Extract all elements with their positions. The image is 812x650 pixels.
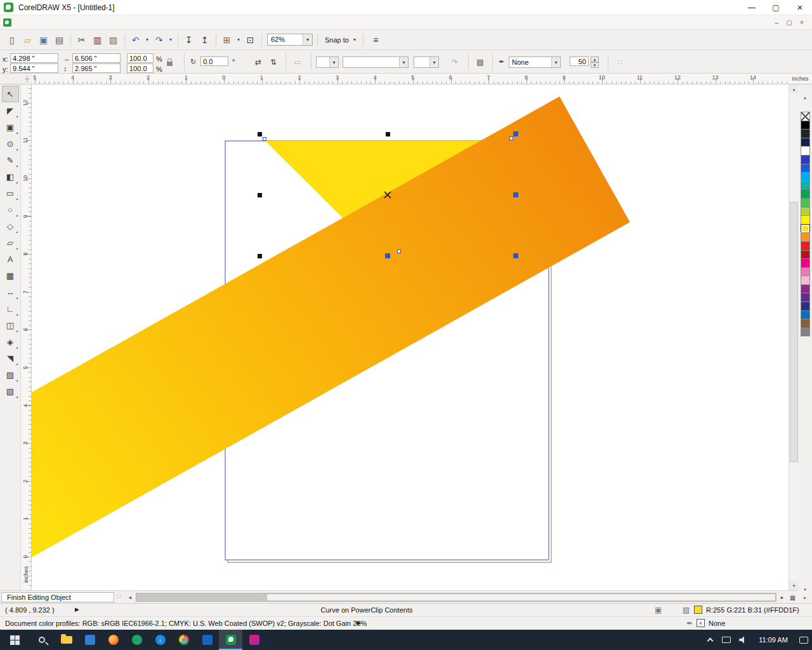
swatch-light-pink[interactable] xyxy=(801,275,810,285)
undo-icon[interactable]: ↶ xyxy=(128,32,143,48)
zoom-level-combo[interactable]: 62% ▾ xyxy=(267,34,313,46)
tray-chevron-icon[interactable] xyxy=(702,630,718,650)
swatch-deep-yellow[interactable] xyxy=(801,224,810,234)
blend-tool[interactable]: ◫ xyxy=(2,317,19,333)
rotation-angle-field[interactable] xyxy=(200,56,228,66)
spin-down-icon[interactable]: ▼ xyxy=(591,62,599,68)
redo-dropdown-icon[interactable]: ▾ xyxy=(167,32,174,48)
zoom-tool[interactable]: ⊙ xyxy=(2,135,19,152)
green-app-icon[interactable] xyxy=(125,630,148,650)
edit-node-handle[interactable] xyxy=(398,250,401,253)
swatch-magenta[interactable] xyxy=(801,258,810,268)
outline-style-combo[interactable]: ▾ xyxy=(316,56,339,68)
tray-volume-icon[interactable] xyxy=(735,630,751,650)
swatch-cyan[interactable] xyxy=(801,172,810,182)
swatch-white[interactable] xyxy=(801,146,810,156)
drawing-canvas[interactable] xyxy=(32,84,789,590)
no-color-swatch[interactable] xyxy=(801,112,810,121)
edit-node-handle[interactable] xyxy=(263,138,266,141)
swatch-dark-red[interactable] xyxy=(801,250,810,260)
redo-icon[interactable]: ↷ xyxy=(151,32,167,48)
selection-handle[interactable] xyxy=(258,132,262,136)
ellipse-tool[interactable]: ○ xyxy=(2,201,19,218)
action-center-icon[interactable] xyxy=(796,630,812,650)
application-launcher-icon[interactable]: ⊞ xyxy=(219,32,235,48)
connector-tool[interactable]: ∟ xyxy=(2,300,19,317)
palette-scroll-down-icon[interactable]: ▾ xyxy=(801,585,809,594)
selection-handle-blue[interactable] xyxy=(513,253,518,258)
new-document-icon[interactable]: ▯ xyxy=(4,32,20,48)
restore-button[interactable]: ▢ xyxy=(764,0,788,15)
swatch-royal-blue[interactable] xyxy=(801,164,810,173)
dropdown-icon[interactable]: ▾ xyxy=(329,57,338,67)
firefox-icon[interactable] xyxy=(102,630,125,650)
table-tool[interactable]: ▦ xyxy=(2,267,19,284)
snap-to-menu[interactable]: Snap to ▾ xyxy=(322,33,358,47)
launcher-dropdown-icon[interactable]: ▾ xyxy=(235,32,242,48)
undo-dropdown-icon[interactable]: ▾ xyxy=(143,32,151,48)
freehand-tool[interactable]: ✎ xyxy=(2,152,19,168)
paste-icon[interactable]: ▨ xyxy=(105,32,121,48)
spin-up-icon[interactable]: ▲ xyxy=(591,56,599,62)
arrowhead-combo[interactable]: ▾ xyxy=(414,56,439,68)
dropdown-icon[interactable]: ▾ xyxy=(551,57,560,67)
polygon-tool[interactable]: ◇ xyxy=(2,218,19,234)
swatch-90-black[interactable] xyxy=(801,129,810,138)
status-play-icon[interactable]: ▶ xyxy=(75,606,79,613)
basic-shapes-tool[interactable]: ▱ xyxy=(2,234,19,251)
horizontal-ruler[interactable]: 5 4 3 2 1 0 1 2 3 4 5 6 7 8 9 10 xyxy=(32,74,789,84)
scroll-up-icon[interactable]: ▴ xyxy=(789,84,799,94)
interactive-fill-tool[interactable]: ▧ xyxy=(2,383,19,399)
swatch-pink[interactable] xyxy=(801,267,810,277)
selection-handle-blue[interactable] xyxy=(513,192,518,197)
docker-grip-icon[interactable]: ∷ xyxy=(117,593,121,600)
swatch-navy[interactable] xyxy=(801,302,810,311)
coreldraw-icon[interactable] xyxy=(219,630,242,650)
mirror-vertical-button[interactable]: ⇅ xyxy=(266,56,280,69)
taskbar-clock[interactable]: 11:09 AM xyxy=(751,636,796,644)
y-position-field[interactable] xyxy=(10,63,58,73)
swatch-purple[interactable] xyxy=(801,284,810,294)
save-icon[interactable]: ▣ xyxy=(36,32,51,48)
text-tool[interactable]: A xyxy=(2,251,19,267)
swatch-gray[interactable] xyxy=(801,328,810,337)
swatch-brown[interactable] xyxy=(801,319,810,328)
selection-handle[interactable] xyxy=(258,254,262,258)
swatch-dark-blue[interactable] xyxy=(801,138,810,147)
object-height-field[interactable] xyxy=(72,63,121,73)
selection-handle[interactable] xyxy=(386,132,390,136)
swatch-blue[interactable] xyxy=(801,155,810,164)
store-icon[interactable] xyxy=(78,630,102,650)
outline-pen-tool[interactable]: ◥ xyxy=(2,350,19,366)
export-icon[interactable]: ↥ xyxy=(197,32,213,48)
wrap-text-button[interactable]: ▤ xyxy=(473,56,487,69)
scroll-down-icon[interactable]: ▾ xyxy=(789,581,799,590)
start-button[interactable] xyxy=(0,630,29,650)
scale-v-field[interactable] xyxy=(127,63,154,73)
dimension-tool[interactable]: ↔ xyxy=(2,284,19,300)
spin-field[interactable] xyxy=(570,56,589,66)
swatch-steel-blue[interactable] xyxy=(801,310,810,320)
doc-close-button[interactable]: × xyxy=(796,19,808,26)
swatch-spring-green[interactable] xyxy=(801,198,810,208)
open-icon[interactable]: ▱ xyxy=(20,32,36,48)
selection-handle[interactable] xyxy=(258,193,262,197)
welcome-screen-icon[interactable]: ⊡ xyxy=(242,32,258,48)
palette-flyout-icon[interactable]: ▸ xyxy=(801,594,809,602)
search-button[interactable] xyxy=(29,630,55,650)
blue-app-icon[interactable] xyxy=(195,630,219,650)
fill-tool[interactable]: ▨ xyxy=(2,366,19,383)
rectangle-tool[interactable]: ▭ xyxy=(2,185,19,201)
close-button[interactable]: × xyxy=(788,0,812,15)
finish-editing-object-button[interactable]: Finish Editing Object xyxy=(1,592,114,602)
ruler-origin-corner[interactable]: ┼ xyxy=(0,74,32,84)
scale-h-field[interactable] xyxy=(127,53,154,63)
swatch-violet[interactable] xyxy=(801,293,810,302)
cut-icon[interactable]: ✂ xyxy=(74,32,89,48)
crop-tool[interactable]: ▣ xyxy=(2,119,19,135)
selection-handle-blue[interactable] xyxy=(385,253,390,258)
swatch-yellow-green[interactable] xyxy=(801,207,810,216)
mirror-horizontal-button[interactable]: ⇄ xyxy=(251,56,265,69)
line-style-combo[interactable]: ▾ xyxy=(343,56,409,68)
edit-node-handle[interactable] xyxy=(510,137,513,140)
